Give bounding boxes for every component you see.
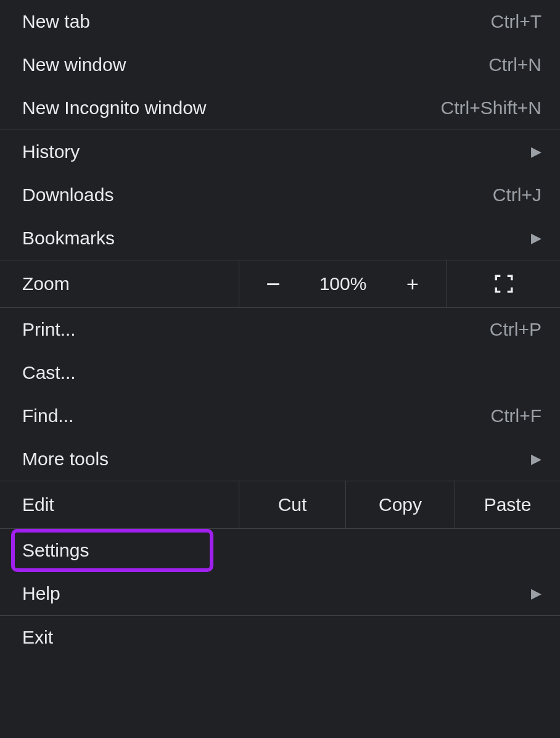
edit-button-label: Cut [278, 494, 307, 515]
edit-button-label: Copy [379, 494, 422, 515]
menu-item-settings[interactable]: Settings [0, 529, 560, 572]
menu-item-print[interactable]: Print... Ctrl+P [0, 308, 560, 351]
menu-item-label: New window [22, 54, 126, 75]
fullscreen-button[interactable] [447, 260, 560, 307]
menu-item-label: Settings [0, 540, 89, 561]
menu-item-shortcut: Ctrl+P [490, 319, 541, 340]
submenu-arrow-icon: ▶ [531, 586, 541, 602]
menu-section-tools: Print... Ctrl+P Cast... Find... Ctrl+F M… [0, 308, 560, 481]
submenu-arrow-icon: ▶ [531, 230, 541, 246]
menu-item-shortcut: Ctrl+T [491, 11, 542, 32]
edit-label-cell: Edit [0, 481, 239, 528]
menu-item-label: Print... [22, 319, 76, 340]
edit-label: Edit [22, 494, 54, 515]
zoom-in-button[interactable]: + [400, 272, 425, 296]
menu-item-label: Find... [22, 405, 73, 426]
menu-item-find[interactable]: Find... Ctrl+F [0, 394, 560, 437]
menu-item-label: Bookmarks [22, 228, 115, 249]
menu-section-history: History ▶ Downloads Ctrl+J Bookmarks ▶ [0, 130, 560, 260]
menu-item-downloads[interactable]: Downloads Ctrl+J [0, 173, 560, 217]
menu-item-bookmarks[interactable]: Bookmarks ▶ [0, 217, 560, 260]
submenu-arrow-icon: ▶ [531, 144, 541, 160]
menu-item-new-incognito[interactable]: New Incognito window Ctrl+Shift+N [0, 86, 560, 130]
menu-section-settings: Settings Help ▶ [0, 529, 560, 616]
edit-cut-button[interactable]: Cut [239, 481, 346, 528]
menu-item-label: Cast... [22, 362, 76, 383]
zoom-out-button[interactable]: − [261, 278, 286, 290]
menu-item-label: Help [22, 583, 60, 604]
fullscreen-icon [493, 273, 514, 294]
menu-item-edit: Edit Cut Copy Paste [0, 481, 560, 529]
menu-item-history[interactable]: History ▶ [0, 130, 560, 173]
browser-menu: New tab Ctrl+T New window Ctrl+N New Inc… [0, 0, 560, 738]
menu-item-cast[interactable]: Cast... [0, 351, 560, 394]
edit-button-label: Paste [484, 494, 532, 515]
menu-item-new-tab[interactable]: New tab Ctrl+T [0, 0, 560, 43]
menu-item-label: History [22, 141, 80, 162]
menu-item-exit[interactable]: Exit [0, 616, 560, 659]
menu-item-label: Downloads [22, 184, 113, 205]
zoom-label-cell: Zoom [0, 260, 239, 307]
menu-item-label: Exit [22, 627, 53, 648]
menu-item-more-tools[interactable]: More tools ▶ [0, 437, 560, 481]
menu-item-shortcut: Ctrl+F [491, 405, 542, 426]
menu-item-shortcut: Ctrl+Shift+N [441, 97, 541, 118]
menu-item-shortcut: Ctrl+J [493, 184, 541, 205]
menu-section-new: New tab Ctrl+T New window Ctrl+N New Inc… [0, 0, 560, 130]
menu-item-help[interactable]: Help ▶ [0, 572, 560, 615]
menu-item-label: More tools [22, 449, 109, 470]
menu-item-shortcut: Ctrl+N [488, 54, 541, 75]
menu-item-zoom: Zoom − 100% + [0, 260, 560, 308]
menu-section-exit: Exit [0, 616, 560, 738]
edit-paste-button[interactable]: Paste [455, 481, 560, 528]
zoom-label: Zoom [22, 273, 70, 294]
zoom-controls: − 100% + [239, 260, 447, 307]
menu-item-new-window[interactable]: New window Ctrl+N [0, 43, 560, 86]
menu-item-label: New Incognito window [22, 97, 207, 118]
submenu-arrow-icon: ▶ [531, 451, 541, 467]
zoom-value: 100% [315, 273, 371, 294]
menu-item-label: New tab [22, 11, 90, 32]
edit-copy-button[interactable]: Copy [346, 481, 455, 528]
